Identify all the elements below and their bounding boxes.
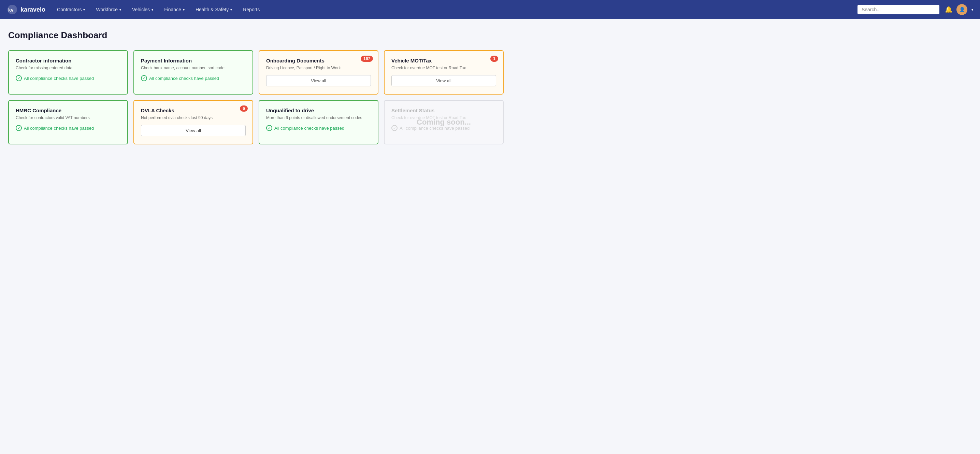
passed-label: All compliance checks have passed: [149, 76, 219, 81]
card-contractor-info: Contractor informationCheck for missing …: [8, 50, 128, 94]
page-content: Compliance Dashboard Contractor informat…: [0, 19, 512, 155]
check-icon: ✓: [266, 125, 272, 131]
check-icon: ✓: [141, 75, 147, 81]
compliance-passed: ✓ All compliance checks have passed: [16, 125, 121, 131]
chevron-down-icon: ▾: [183, 8, 185, 11]
badge-count: 6: [240, 105, 248, 112]
card-settlement-status: Settlement StatusCheck for overdue MOT t…: [384, 100, 504, 144]
chevron-down-icon: ▾: [119, 8, 121, 11]
view-all-button[interactable]: View all: [141, 125, 246, 136]
card-subtitle: More than 6 points or disallowed endorse…: [266, 115, 371, 120]
avatar[interactable]: 👤: [956, 4, 967, 15]
nav-health-safety-label: Health & Safety: [196, 7, 229, 12]
logo-text: karavelo: [21, 6, 45, 13]
passed-label: All compliance checks have passed: [274, 126, 344, 131]
card-title: Unqualified to drive: [266, 108, 371, 113]
compliance-passed: ✓ All compliance checks have passed: [16, 75, 121, 81]
chevron-down-icon: ▾: [151, 8, 153, 11]
nav-contractors-label: Contractors: [57, 7, 81, 12]
nav-reports-label: Reports: [243, 7, 260, 12]
nav-vehicles[interactable]: Vehicles ▾: [127, 0, 158, 19]
card-title: Payment Information: [141, 58, 246, 64]
view-all-button[interactable]: View all: [391, 75, 496, 86]
card-subtitle: Check for overdue MOT test or Road Tax: [391, 65, 496, 70]
nav-health-safety[interactable]: Health & Safety ▾: [191, 0, 237, 19]
avatar-chevron-icon[interactable]: ▾: [972, 8, 973, 11]
card-subtitle: Driving Licence, Passport / Right to Wor…: [266, 65, 371, 70]
nav-contractors[interactable]: Contractors ▾: [52, 0, 90, 19]
card-subtitle: Check for missing entered data: [16, 65, 121, 70]
card-title: HMRC Compliance: [16, 108, 121, 113]
navbar: kv karavelo Contractors ▾ Workforce ▾ Ve…: [0, 0, 980, 19]
coming-soon-label: Coming soon...: [417, 118, 471, 127]
badge-count: 1: [490, 56, 498, 62]
card-vehicle-mot-tax: 1Vehicle MOT/TaxCheck for overdue MOT te…: [384, 50, 504, 94]
card-payment-info: Payment InformationCheck bank name, acco…: [134, 50, 253, 94]
passed-label: All compliance checks have passed: [24, 126, 94, 131]
nav-reports[interactable]: Reports: [238, 0, 264, 19]
card-dvla-checks: 6DVLA ChecksNot performed dvla checks la…: [134, 100, 253, 144]
nav-workforce-label: Workforce: [96, 7, 118, 12]
card-title: Settlement Status: [391, 108, 496, 113]
passed-label: All compliance checks have passed: [24, 76, 94, 81]
chevron-down-icon: ▾: [83, 8, 85, 11]
chevron-down-icon: ▾: [230, 8, 232, 11]
nav-vehicles-label: Vehicles: [132, 7, 150, 12]
card-title: Vehicle MOT/Tax: [391, 58, 496, 64]
compliance-passed: ✓ All compliance checks have passed: [266, 125, 371, 131]
nav-finance[interactable]: Finance ▾: [159, 0, 189, 19]
svg-text:kv: kv: [8, 7, 14, 13]
badge-count: 167: [361, 56, 373, 62]
logo[interactable]: kv karavelo: [7, 4, 45, 15]
check-icon: ✓: [16, 125, 22, 131]
card-title: Contractor information: [16, 58, 121, 64]
card-title: Onboarding Documents: [266, 58, 371, 64]
compliance-passed: ✓ All compliance checks have passed: [141, 75, 246, 81]
card-unqualified-drive: Unqualified to driveMore than 6 points o…: [259, 100, 379, 144]
card-onboarding-docs: 167Onboarding DocumentsDriving Licence, …: [259, 50, 379, 94]
page-title: Compliance Dashboard: [8, 30, 504, 41]
card-subtitle: Not performed dvla checks last 90 days: [141, 115, 246, 120]
card-subtitle: Check bank name, account number, sort co…: [141, 65, 246, 70]
cards-grid: Contractor informationCheck for missing …: [8, 50, 504, 144]
nav-icons: 🔔 👤 ▾: [945, 4, 973, 15]
nav-workforce[interactable]: Workforce ▾: [91, 0, 126, 19]
bell-icon[interactable]: 🔔: [945, 6, 952, 13]
check-icon: ✓: [391, 125, 398, 131]
view-all-button[interactable]: View all: [266, 75, 371, 86]
nav-finance-label: Finance: [164, 7, 181, 12]
check-icon: ✓: [16, 75, 22, 81]
card-hmrc-compliance: HMRC ComplianceCheck for contractors val…: [8, 100, 128, 144]
search-input[interactable]: [858, 5, 939, 14]
card-subtitle: Check for contractors valid VAT numbers: [16, 115, 121, 120]
card-title: DVLA Checks: [141, 108, 246, 113]
